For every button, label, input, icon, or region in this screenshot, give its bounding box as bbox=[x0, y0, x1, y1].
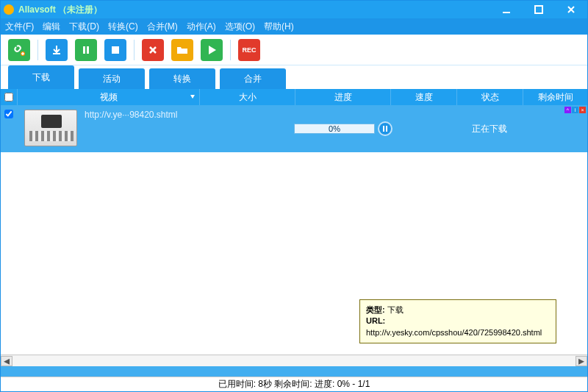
tabstrip: 下载 活动 转换 合并 bbox=[1, 65, 587, 89]
toolbar-separator bbox=[37, 40, 38, 60]
pause-icon[interactable] bbox=[379, 123, 391, 135]
tooltip-url-value: http://v.yesky.com/cpsshou/420/725998420… bbox=[366, 327, 550, 338]
toolbar-separator-3 bbox=[230, 40, 231, 60]
menu-action[interactable]: 动作(A) bbox=[187, 21, 216, 33]
row-remain-cell: ^ i × bbox=[523, 105, 587, 152]
horizontal-scrollbar[interactable]: ◂ ▸ bbox=[1, 354, 587, 366]
menu-option[interactable]: 选项(O) bbox=[225, 21, 255, 33]
menu-download[interactable]: 下载(D) bbox=[69, 21, 99, 33]
col-remain[interactable]: 剩余时间 bbox=[523, 89, 587, 105]
app-icon bbox=[4, 4, 14, 15]
col-video[interactable]: 视频 bbox=[17, 89, 199, 105]
window-title: Allavsoft （未注册） bbox=[18, 4, 102, 16]
svg-rect-5 bbox=[112, 46, 119, 54]
row-status-text: 正在下载 bbox=[472, 123, 507, 135]
menu-help[interactable]: 帮助(H) bbox=[264, 21, 294, 33]
svg-rect-1 bbox=[535, 6, 542, 13]
menu-merge[interactable]: 合并(M) bbox=[147, 21, 178, 33]
tab-merge[interactable]: 合并 bbox=[220, 68, 286, 89]
menu-edit[interactable]: 编辑 bbox=[43, 21, 60, 33]
list-area: 类型: 下载 URL: http://v.yesky.com/cpsshou/4… bbox=[1, 152, 587, 354]
paste-url-button[interactable] bbox=[8, 39, 30, 61]
stop-button[interactable] bbox=[104, 39, 126, 61]
col-speed[interactable]: 速度 bbox=[390, 89, 456, 105]
download-row[interactable]: http://v.ye···98420.shtml 0% 正在下载 ^ i × bbox=[1, 105, 587, 152]
tooltip-url-label: URL: bbox=[366, 316, 385, 325]
play-button[interactable] bbox=[201, 39, 223, 61]
titlebar: Allavsoft （未注册） bbox=[1, 1, 587, 18]
scroll-track[interactable] bbox=[12, 356, 576, 366]
menu-convert[interactable]: 转换(C) bbox=[108, 21, 138, 33]
row-status-cell: 正在下载 bbox=[456, 105, 523, 152]
svg-rect-0 bbox=[503, 12, 510, 13]
download-button[interactable] bbox=[46, 39, 68, 61]
row-icon-b[interactable]: i bbox=[572, 107, 578, 113]
progress-bar: 0% bbox=[294, 124, 375, 134]
close-button[interactable] bbox=[555, 1, 587, 18]
col-size[interactable]: 大小 bbox=[199, 89, 295, 105]
tooltip: 类型: 下载 URL: http://v.yesky.com/cpsshou/4… bbox=[359, 299, 556, 343]
tab-convert[interactable]: 转换 bbox=[149, 68, 215, 89]
row-icon-c[interactable]: × bbox=[579, 107, 586, 113]
header-checkbox[interactable] bbox=[1, 89, 17, 105]
tab-activity[interactable]: 活动 bbox=[79, 68, 145, 89]
tooltip-type-label: 类型: bbox=[366, 305, 385, 314]
status-footer: 已用时间: 8秒 剩余时间: 进度: 0% - 1/1 bbox=[1, 377, 587, 391]
column-header: 视频 大小 进度 速度 状态 剩余时间 bbox=[1, 89, 587, 105]
row-video-cell: http://v.ye···98420.shtml bbox=[17, 105, 199, 152]
record-label: REC bbox=[242, 46, 256, 54]
tab-download[interactable]: 下载 bbox=[8, 65, 74, 89]
toolbar-separator-2 bbox=[134, 40, 135, 60]
chevron-down-icon bbox=[190, 95, 195, 99]
tooltip-type-value: 下载 bbox=[387, 305, 404, 314]
toolbar: REC bbox=[1, 35, 587, 65]
row-progress-cell: 0% bbox=[295, 105, 390, 152]
scroll-right-icon[interactable]: ▸ bbox=[576, 356, 587, 366]
svg-rect-3 bbox=[83, 46, 85, 54]
pause-button[interactable] bbox=[75, 39, 97, 61]
row-speed-cell bbox=[390, 105, 456, 152]
video-thumbnail bbox=[24, 110, 77, 146]
row-icon-a[interactable]: ^ bbox=[564, 107, 571, 113]
blue-strip bbox=[1, 366, 587, 377]
menu-file[interactable]: 文件(F) bbox=[5, 21, 34, 33]
record-button[interactable]: REC bbox=[238, 39, 260, 61]
open-folder-button[interactable] bbox=[171, 39, 193, 61]
svg-rect-4 bbox=[87, 46, 89, 54]
footer-text: 已用时间: 8秒 剩余时间: 进度: 0% - 1/1 bbox=[218, 378, 370, 391]
row-checkbox-cell bbox=[1, 105, 17, 152]
progress-text: 0% bbox=[295, 124, 374, 133]
col-status[interactable]: 状态 bbox=[456, 89, 523, 105]
minimize-button[interactable] bbox=[490, 1, 523, 18]
row-action-icons: ^ i × bbox=[564, 107, 586, 113]
app-window: Allavsoft （未注册） 文件(F) 编辑 下载(D) 转换(C) 合并(… bbox=[0, 0, 588, 392]
col-progress[interactable]: 进度 bbox=[295, 89, 390, 105]
menubar: 文件(F) 编辑 下载(D) 转换(C) 合并(M) 动作(A) 选项(O) 帮… bbox=[1, 18, 587, 35]
delete-button[interactable] bbox=[142, 39, 164, 61]
maximize-button[interactable] bbox=[523, 1, 555, 18]
scroll-left-icon[interactable]: ◂ bbox=[1, 356, 12, 366]
row-size-cell bbox=[199, 105, 295, 152]
row-url-short: http://v.ye···98420.shtml bbox=[85, 110, 178, 120]
row-checkbox[interactable] bbox=[4, 110, 13, 118]
